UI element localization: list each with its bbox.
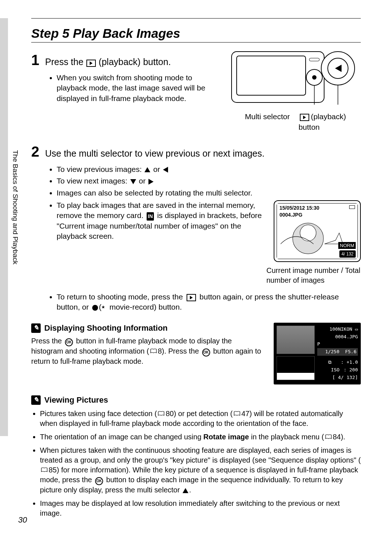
- hist-count: [ 4/ 132]: [317, 374, 358, 382]
- b5c: movie-record) button.: [109, 303, 182, 311]
- camera-svg-icon: [230, 50, 361, 108]
- histogram-graph-icon: [277, 356, 315, 380]
- svg-point-3: [312, 75, 317, 80]
- b1-or: or: [153, 165, 160, 173]
- note-icon: ✎: [31, 395, 41, 405]
- page-title: Step 5 Play Back Images: [31, 25, 180, 42]
- hist-folder: 100NIKON: [330, 326, 352, 332]
- svg-rect-1: [237, 56, 306, 95]
- li3c: .: [189, 486, 191, 494]
- book-ref-icon: [41, 467, 48, 472]
- preview-count: 4/ 132: [339, 250, 356, 258]
- preview-file: 0004.JPG: [279, 211, 319, 218]
- li2bold: Rotate image: [203, 433, 249, 441]
- playback-icon: [300, 114, 309, 121]
- step-2-number: 2: [31, 142, 39, 161]
- svg-point-12: [300, 225, 316, 241]
- step-1-heading-post: (playback) button.: [99, 56, 171, 68]
- top-rule: [31, 18, 361, 19]
- label-playback-post: button: [298, 123, 319, 131]
- n1ref: 8). Press the: [158, 347, 199, 355]
- page-content: 1 Press the (playback) button. When you …: [31, 50, 361, 525]
- preview-norm: NORM: [338, 242, 356, 249]
- preview-date: 15/05/2012 15:30: [279, 205, 319, 211]
- hist-thumb-icon: [277, 326, 315, 354]
- b1-pre: To view previous images:: [57, 165, 142, 173]
- step-1-heading-pre: Press the: [45, 56, 83, 68]
- hist-shutter: 1/250: [325, 349, 339, 354]
- vp-li4: Images may be displayed at low resolutio…: [40, 499, 361, 518]
- note-viewing-pictures: ✎ Viewing Pictures Pictures taken using …: [31, 395, 361, 518]
- li1a: Pictures taken using face detection (: [40, 410, 157, 418]
- note2-title: Viewing Pictures: [44, 395, 108, 406]
- step-2-heading-text: Use the multi selector to view previous …: [45, 148, 264, 160]
- ok-button-icon: OK: [65, 338, 73, 346]
- li2a: The orientation of an image can be chang…: [40, 433, 203, 441]
- book-ref-icon: [150, 348, 157, 354]
- step2-bullet-prev: To view previous images: or: [57, 164, 361, 174]
- internal-memory-icon: IN: [147, 212, 154, 221]
- b5a: To return to shooting mode, press the: [57, 293, 183, 301]
- ok-button-icon: OK: [95, 477, 103, 485]
- playback-icon: [187, 294, 196, 301]
- vp-li3: When pictures taken with the continuous …: [40, 446, 361, 495]
- preview-caption: Current image number / Total number of i…: [266, 266, 361, 285]
- note1-title: Displaying Shooting Information: [44, 323, 168, 334]
- hist-iso: 200: [350, 367, 358, 372]
- left-gray-bar: [0, 18, 8, 436]
- li2ref: 84).: [333, 433, 345, 441]
- li3a: When pictures taken with the continuous …: [40, 446, 361, 464]
- label-multiselector: Multi selector: [245, 112, 290, 132]
- section-tab: The Basics of Shooting and Playback: [8, 149, 23, 265]
- step-1: 1 Press the (playback) button. When you …: [31, 50, 361, 132]
- playback-preview: 15/05/2012 15:30 0004.JPG NORM 4/ 132: [274, 200, 361, 262]
- hist-mode: P: [317, 340, 358, 348]
- b2-or: or: [139, 177, 146, 185]
- book-ref-icon: [234, 411, 240, 416]
- svg-rect-4: [309, 58, 319, 61]
- li1r1: 80) or pet detection (: [166, 410, 233, 418]
- arrow-left-icon: [163, 167, 168, 173]
- title-rule: [31, 42, 361, 43]
- record-dot-icon: [92, 305, 98, 311]
- hist-file: 0004.JPG: [317, 333, 358, 341]
- hist-exp: +1.0: [347, 359, 358, 365]
- movie-record-icon: [102, 305, 107, 311]
- step-2: 2 Use the multi selector to view previou…: [31, 142, 361, 313]
- camera-illustration: Multi selector (playback) button: [230, 50, 361, 132]
- hist-f: F5.6: [345, 349, 356, 354]
- step2-bullet-return: To return to shooting mode, press the bu…: [57, 292, 361, 313]
- book-ref-icon: [325, 434, 332, 439]
- vp-li2: The orientation of an image can be chang…: [40, 432, 361, 442]
- note1-body: Press the OK button in full-frame playba…: [31, 336, 263, 366]
- step-1-heading: 1 Press the (playback) button.: [31, 50, 224, 70]
- hist-iso-lab: ISO: [331, 366, 344, 374]
- arrow-right-icon: [148, 179, 154, 185]
- n1a: Press the: [31, 337, 62, 345]
- vp-li1: Pictures taken using face detection (80)…: [40, 409, 361, 428]
- step-1-number: 1: [31, 50, 39, 70]
- book-ref-icon: [158, 411, 164, 416]
- step-1-bullet: When you switch from shooting mode to pl…: [57, 73, 224, 104]
- li2b: in the playback menu (: [249, 433, 324, 441]
- arrow-up-icon: [144, 167, 150, 172]
- playback-icon: [86, 60, 96, 67]
- label-playback-pre: (playback): [311, 112, 346, 121]
- step-2-heading: 2 Use the multi selector to view previou…: [31, 142, 361, 161]
- step2-bullet-rotate: Images can also be selected by rotating …: [57, 188, 361, 198]
- histogram-preview: 100NIKON ▭ 0004.JPG P 1/250 F5.6 ⧉: +1.0…: [274, 323, 361, 384]
- arrow-down-icon: [130, 179, 136, 184]
- arrow-up-icon: [183, 488, 188, 493]
- note-icon: ✎: [31, 323, 41, 333]
- step2-bullet-next: To view next images: or: [57, 176, 361, 186]
- page-number: 30: [18, 515, 27, 525]
- preview-wrap: 15/05/2012 15:30 0004.JPG NORM 4/ 132 Cu…: [266, 200, 361, 285]
- battery-icon: [349, 205, 355, 209]
- ok-button-icon: OK: [202, 348, 210, 356]
- b2-pre: To view next images:: [57, 177, 127, 185]
- note-displaying-shooting-info: ✎ Displaying Shooting Information Press …: [31, 323, 361, 384]
- step2-bullet-internal: To play back images that are saved in th…: [57, 200, 263, 241]
